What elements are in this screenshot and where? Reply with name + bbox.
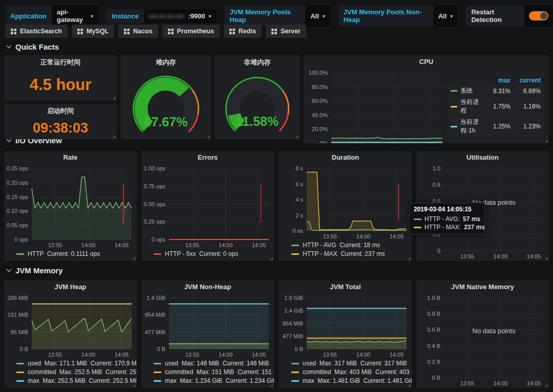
nonheap-pools-label: JVM Memory Pools Non-Heap: [338, 5, 433, 27]
legend-item[interactable]: HTTP - MAX Current: 237 ms: [291, 250, 408, 258]
svg-text:13:55: 13:55: [48, 242, 62, 248]
link-server[interactable]: Server: [266, 25, 306, 38]
legend-item[interactable]: committed Max: 252.5 MiB Current: 252.5 …: [16, 368, 133, 377]
legend-item[interactable]: used Max: 171.1 MiB Current: 170.9 MiB: [16, 359, 133, 368]
legend-item[interactable]: committed Max: 403 MiB Current: 403 MiB: [291, 368, 408, 377]
restart-detection-toggle[interactable]: [524, 5, 553, 27]
svg-text:1.0 B: 1.0 B: [427, 295, 440, 301]
panel-title[interactable]: 启动时间: [4, 104, 117, 117]
svg-text:0.25 ops: 0.25 ops: [7, 165, 29, 171]
link-nacos[interactable]: Nacos: [118, 25, 158, 38]
link-label: Prometheus: [177, 28, 214, 35]
panel-title[interactable]: Rate: [4, 151, 137, 164]
legend-text: HTTP - 5xx Current: 0 ops: [165, 250, 238, 258]
svg-text:14:00: 14:00: [494, 380, 508, 386]
panel-duration: Duration 8 s6 s4 s2 s0 ns13:5514:0014:05…: [279, 151, 412, 261]
jvm-total-chart[interactable]: 1.9 GiB1.4 GiB954 MiB477 MiB0 B13:5514:0…: [279, 294, 412, 359]
series-color-swatch: [414, 219, 421, 220]
errors-chart[interactable]: 1.00 ops0.75 ops0.50 ops0.25 ops0 ops13:…: [141, 164, 274, 250]
jvm-nonheap-chart[interactable]: 1.4 GiB954 MiB477 MiB0 B13:5514:0014:05: [141, 294, 274, 359]
legend-item[interactable]: max Max: 252.5 MiB Current: 252.5 MiB: [16, 377, 133, 385]
svg-text:0.20 ops: 0.20 ops: [7, 180, 29, 186]
svg-text:0: 0: [437, 248, 440, 254]
jvm-heap-legend: used Max: 171.1 MiB Current: 170.9 MiBco…: [4, 359, 137, 388]
panel-title[interactable]: Duration: [279, 151, 412, 164]
svg-text:954 MiB: 954 MiB: [145, 312, 165, 318]
panel-title[interactable]: JVM Total: [279, 280, 412, 294]
series-color-swatch: [414, 227, 421, 228]
cpu-chart[interactable]: 100.0%80.0%60.0%40.0%20.0%0%13:5514:0014…: [304, 69, 448, 143]
svg-text:0.8: 0.8: [433, 182, 440, 188]
instance-dropdown[interactable]: •••.••.••.•••:9900 ▾: [144, 9, 217, 23]
cpu-panel-body: 100.0%80.0%60.0%40.0%20.0%0%13:5514:0014…: [304, 69, 549, 143]
panel-title[interactable]: Utilisation: [416, 151, 549, 164]
svg-text:14:00: 14:00: [81, 242, 96, 248]
svg-text:8 s: 8 s: [295, 165, 303, 171]
section-jvm-memory[interactable]: JVM Memory: [6, 266, 63, 275]
legend-text: max Max: 252.5 MiB Current: 252.5 MiB: [28, 377, 137, 385]
rate-chart[interactable]: 0.25 ops0.20 ops0.15 ops0.10 ops0.05 ops…: [4, 164, 137, 250]
dashboard-grid-icon: [229, 29, 235, 34]
dashboard-grid-icon: [77, 29, 83, 34]
link-mysql[interactable]: MySQL: [72, 25, 114, 38]
legend-col-current[interactable]: current: [514, 76, 544, 85]
legend-series-name[interactable]: 当前进程-1h: [448, 117, 486, 136]
nonheap-pools-dropdown[interactable]: All ▾: [433, 5, 458, 27]
legend-item[interactable]: HTTP - 5xx Current: 0 ops: [154, 250, 270, 258]
duration-chart[interactable]: 8 s6 s4 s2 s0 ns13:5514:0014:05: [279, 164, 412, 241]
legend-text: committed Max: 252.5 MiB Current: 252.5 …: [28, 368, 137, 377]
legend-max-value: 1.75%: [487, 97, 514, 116]
svg-text:40.0%: 40.0%: [312, 112, 328, 118]
link-redis[interactable]: Redis: [224, 25, 262, 38]
svg-text:67.67%: 67.67%: [144, 115, 188, 129]
svg-text:0%: 0%: [320, 140, 328, 143]
legend-item[interactable]: used Max: 317 MiB Current: 317 MiB: [291, 359, 408, 368]
legend-item[interactable]: max Max: 1.234 GiB Current: 1.234 GiB: [154, 377, 270, 385]
legend-item[interactable]: HTTP Current: 0.1111 ops: [16, 250, 133, 258]
link-prometheus[interactable]: Prometheus: [162, 25, 220, 38]
legend-text: HTTP - AVG Current: 18 ms: [303, 241, 380, 250]
panel-title[interactable]: Errors: [141, 151, 274, 164]
jvm-heap-chart[interactable]: 286 MiB191 MiB95 MiB0 B13:5514:0014:05: [4, 294, 137, 359]
restart-detection-label: Restart Detection: [466, 5, 524, 27]
panel-title[interactable]: 正常运行时间: [4, 55, 117, 69]
legend-text: 当前进程-1h: [460, 118, 483, 135]
svg-text:14:05: 14:05: [252, 242, 266, 248]
panel-errors: Errors 1.00 ops0.75 ops0.50 ops0.25 ops0…: [141, 151, 274, 261]
legend-series-name[interactable]: 系统: [448, 85, 486, 96]
instance-value-redacted: •••.••.••.•••: [149, 12, 184, 20]
legend-item[interactable]: HTTP - AVG Current: 18 ms: [291, 241, 408, 250]
svg-text:0.25 ops: 0.25 ops: [144, 219, 166, 225]
panel-title[interactable]: JVM Non-Heap: [141, 280, 274, 294]
svg-text:95 MiB: 95 MiB: [11, 329, 28, 335]
nonheap-pools-value: All: [438, 12, 447, 20]
panel-title[interactable]: 堆内存: [121, 55, 211, 69]
application-dropdown[interactable]: api-gateway ▾: [52, 5, 98, 27]
series-color-swatch: [291, 372, 299, 373]
heap-pools-dropdown[interactable]: All ▾: [305, 5, 330, 27]
svg-text:13:55: 13:55: [185, 352, 200, 358]
svg-text:14:05: 14:05: [390, 352, 404, 358]
link-elasticsearch[interactable]: ElasticSearch: [5, 25, 68, 38]
panel-title[interactable]: 非堆内存: [215, 55, 300, 69]
series-color-swatch: [154, 380, 161, 382]
svg-text:477 MiB: 477 MiB: [283, 333, 303, 339]
variable-instance: Instance •••.••.••.•••:9900 ▾: [107, 9, 216, 23]
legend-item[interactable]: used Max: 146 MiB Current: 146 MiB: [154, 359, 270, 368]
legend-text: committed Max: 151 MiB Current: 151 MiB: [165, 368, 274, 377]
panel-jvm-native: JVM Native Memory 1.0 B0.8 B0.6 B0.4 B0.…: [416, 280, 549, 388]
svg-text:4 s: 4 s: [295, 197, 303, 203]
legend-col-max[interactable]: max: [487, 76, 514, 85]
section-title: JVM Memory: [15, 266, 63, 275]
panel-title[interactable]: JVM Native Memory: [416, 280, 549, 294]
link-label: Server: [281, 28, 301, 35]
svg-text:14:05: 14:05: [390, 233, 404, 239]
section-quick-facts[interactable]: Quick Facts: [6, 42, 59, 51]
legend-item[interactable]: committed Max: 151 MiB Current: 151 MiB: [154, 368, 270, 377]
legend-item[interactable]: max Max: 1.481 GiB Current: 1.481 GiB: [291, 377, 408, 385]
panel-title[interactable]: CPU: [304, 55, 549, 69]
svg-text:13:55: 13:55: [460, 380, 475, 386]
legend-series-name[interactable]: 当前进程: [448, 97, 486, 116]
jvm-native-chart[interactable]: 1.0 B0.8 B0.6 B0.4 B0.2 B0 B13:5514:0014…: [416, 294, 549, 388]
panel-title[interactable]: JVM Heap: [4, 280, 137, 294]
